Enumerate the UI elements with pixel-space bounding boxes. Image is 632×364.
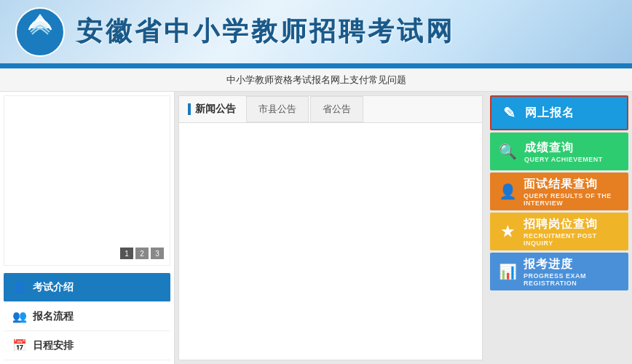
main-content: 1 2 3 👤 考试介绍 👥 报名流程 📅 日程安排 [0,92,632,364]
left-nav: 👤 考试介绍 👥 报名流程 📅 日程安排 [0,269,174,364]
nav-label-exam-intro: 考试介绍 [33,281,74,294]
job-inquiry-sub-text: RECRUITMENT POST INQUIRY [524,232,620,247]
interview-result-button[interactable]: 👤 面试结果查询 QUERY RESULTS OF THE INTERVIEW [490,173,628,210]
news-header: 新闻公告 [179,97,245,122]
online-reg-main-text: 网上报名 [525,106,574,121]
chart-icon: 📊 [499,263,516,280]
news-content-area [179,123,482,138]
job-inquiry-text-block: 招聘岗位查询 RECRUITMENT POST INQUIRY [524,217,620,247]
interview-result-sub-text: QUERY RESULTS OF THE INTERVIEW [524,192,620,207]
interview-result-main-text: 面试结果查询 [524,177,620,192]
news-section: 新闻公告 市县公告 省公告 [178,95,483,360]
nav-item-reg-process[interactable]: 👥 报名流程 [4,302,170,331]
online-reg-text-block: 网上报名 [525,106,574,121]
slide-dot-2[interactable]: 2 [135,248,149,259]
news-tabs-bar: 新闻公告 市县公告 省公告 [179,96,482,123]
slide-dot-1[interactable]: 1 [120,248,133,259]
edit-icon: ✎ [500,104,518,122]
slide-dot-3[interactable]: 3 [151,248,164,259]
nav-label-daily-schedule: 日程安排 [33,339,74,352]
score-query-sub-text: QUERY ACHIEVEMENT [524,156,603,163]
score-query-button[interactable]: 🔍 成绩查询 QUERY ACHIEVEMENT [490,132,628,170]
logo-container: 安徽省中小学教师招聘考试网 [15,7,455,58]
search-icon: 🔍 [499,143,517,160]
person-outline-icon: 👤 [499,183,516,200]
job-inquiry-button[interactable]: ★ 招聘岗位查询 RECRUITMENT POST INQUIRY [490,213,628,250]
score-query-text-block: 成绩查询 QUERY ACHIEVEMENT [524,141,603,163]
group-icon: 👥 [12,309,27,323]
nav-label-reg-process: 报名流程 [33,310,74,323]
progress-text-block: 报考进度 PROGRESS EXAM REGISTRATION [524,257,620,287]
ticker-bar: 中小学教师资格考试报名网上支付常见问题 [0,68,632,92]
score-query-main-text: 成绩查询 [524,141,603,156]
site-logo [15,7,66,58]
person-icon: 👤 [12,280,27,294]
nav-item-daily-schedule[interactable]: 📅 日程安排 [4,331,170,360]
site-title: 安徽省中小学教师招聘考试网 [76,14,455,50]
slide-indicators: 1 2 3 [120,248,164,259]
calendar-icon: 📅 [12,339,27,352]
interview-result-text-block: 面试结果查询 QUERY RESULTS OF THE INTERVIEW [524,177,620,207]
news-header-label: 新闻公告 [195,103,236,116]
ticker-text: 中小学教师资格考试报名网上支付常见问题 [226,74,406,87]
progress-sub-text: PROGRESS EXAM REGISTRATION [524,272,620,287]
job-inquiry-main-text: 招聘岗位查询 [524,217,620,232]
tab-bar-indicator [188,103,191,115]
center-content: 新闻公告 市县公告 省公告 [175,92,486,364]
nav-item-exam-intro[interactable]: 👤 考试介绍 [4,273,170,302]
right-sidebar: ✎ 网上报名 🔍 成绩查询 QUERY ACHIEVEMENT 👤 面试结果查询… [486,92,632,364]
page-header: 安徽省中小学教师招聘考试网 [0,0,632,66]
progress-main-text: 报考进度 [524,257,620,272]
tab-city-notice[interactable]: 市县公告 [246,96,309,122]
progress-button[interactable]: 📊 报考进度 PROGRESS EXAM REGISTRATION [490,253,628,290]
online-reg-button[interactable]: ✎ 网上报名 [490,95,628,130]
tab-province-notice[interactable]: 省公告 [310,96,363,122]
left-sidebar: 1 2 3 👤 考试介绍 👥 报名流程 📅 日程安排 [0,92,175,364]
star-icon: ★ [499,223,516,240]
slideshow-area: 1 2 3 [4,95,170,266]
